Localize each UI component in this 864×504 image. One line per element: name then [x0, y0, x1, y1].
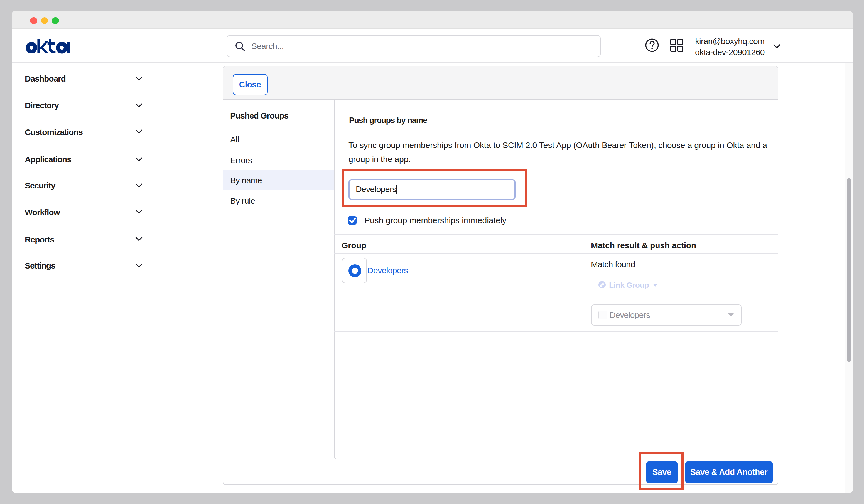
group-icon-card: [342, 257, 367, 283]
browser-window: Search... kiran@boxyhq.com okta-dev-2090…: [12, 11, 853, 493]
sidebar-item-workflow[interactable]: Workflow: [12, 199, 156, 225]
push-groups-panel: Close Pushed Groups AllErrorsBy nameBy r…: [223, 66, 778, 485]
global-search-input[interactable]: Search...: [226, 35, 600, 57]
table-top-divider: [334, 234, 778, 235]
column-header-group: Group: [341, 240, 366, 250]
panel-footer: Save Save & Add Another: [334, 457, 778, 484]
app-group-select-value: Developers: [610, 305, 650, 325]
group-input-value: Developers: [356, 184, 396, 194]
select-caret-icon: [728, 313, 734, 317]
description-line-1: To sync group memberships from Okta to S…: [348, 140, 767, 150]
sidebar-item-reports[interactable]: Reports: [12, 226, 156, 252]
chevron-down-icon: [135, 209, 143, 214]
sidebar-item-dashboard[interactable]: Dashboard: [12, 65, 156, 92]
close-button[interactable]: Close: [232, 74, 267, 95]
group-icon: [348, 264, 361, 277]
sidebar-item-settings[interactable]: Settings: [12, 252, 156, 279]
sidebar-item-security[interactable]: Security: [12, 172, 156, 199]
app-group-select[interactable]: Developers: [591, 304, 742, 325]
link-group-action: Link Group: [598, 281, 657, 289]
chevron-down-icon: [135, 129, 143, 134]
app-header: Search... kiran@boxyhq.com okta-dev-2090…: [12, 29, 853, 63]
group-name-link[interactable]: Developers: [368, 265, 408, 275]
panel-nav-by-rule[interactable]: By rule: [223, 191, 334, 211]
row-bottom-divider: [334, 331, 778, 332]
sidebar-item-label: Settings: [25, 261, 56, 270]
okta-logo: [24, 38, 71, 54]
search-icon: [235, 41, 245, 51]
push-immediately-label: Push group memberships immediately: [364, 215, 506, 225]
window-zoom-button[interactable]: [52, 17, 59, 24]
description-line-2: group in the app.: [348, 154, 411, 163]
sidebar-item-label: Directory: [25, 100, 59, 110]
form-description: To sync group memberships from Okta to S…: [348, 139, 767, 166]
account-chevron-down-icon[interactable]: [773, 44, 780, 49]
save-add-another-button[interactable]: Save & Add Another: [685, 461, 773, 483]
window-titlebar: [12, 11, 853, 29]
sidebar-item-directory[interactable]: Directory: [12, 92, 156, 119]
sidebar-item-applications[interactable]: Applications: [12, 146, 156, 172]
panel-nav-all[interactable]: All: [223, 130, 334, 150]
column-header-match: Match result & push action: [591, 240, 696, 250]
panel-nav-by-name[interactable]: By name: [223, 170, 334, 190]
link-group-caret-icon: [653, 284, 657, 287]
chevron-down-icon: [135, 76, 143, 81]
sidebar-item-label: Applications: [25, 154, 71, 164]
sidebar-item-customizations[interactable]: Customizations: [12, 118, 156, 145]
form-heading: Push groups by name: [349, 116, 427, 124]
window-minimize-button[interactable]: [41, 17, 48, 24]
search-placeholder: Search...: [251, 35, 284, 57]
help-icon[interactable]: [645, 39, 659, 52]
annotation-box-save: [639, 452, 684, 490]
scrollbar-thumb[interactable]: [847, 178, 851, 362]
panel-header: Close: [223, 66, 778, 99]
checkmark-icon: [349, 217, 356, 224]
chevron-down-icon: [135, 157, 143, 162]
pushed-groups-title: Pushed Groups: [230, 111, 288, 120]
link-icon: [598, 281, 605, 288]
sidebar-item-label: Dashboard: [25, 74, 66, 83]
sidebar-item-label: Reports: [25, 234, 54, 244]
panel-nav-divider: [334, 100, 335, 457]
chevron-down-icon: [135, 183, 143, 188]
sidebar-nav: DashboardDirectoryCustomizationsApplicat…: [12, 63, 156, 493]
chevron-down-icon: [135, 103, 143, 108]
text-cursor: [397, 184, 397, 194]
vertical-scrollbar[interactable]: [844, 63, 853, 493]
chevron-down-icon: [135, 237, 143, 242]
app-group-select-icon: [598, 311, 607, 320]
app-switcher-grid-icon[interactable]: [670, 38, 684, 52]
match-status: Match found: [591, 259, 635, 268]
stage: Search... kiran@boxyhq.com okta-dev-2090…: [0, 0, 864, 504]
sidebar-item-label: Security: [25, 181, 56, 190]
sidebar-item-label: Customizations: [25, 127, 83, 136]
account-menu[interactable]: kiran@boxyhq.com okta-dev-20901260: [688, 36, 771, 58]
link-group-label: Link Group: [609, 281, 649, 289]
table-header-divider: [334, 253, 778, 253]
group-name-input[interactable]: Developers: [348, 179, 515, 200]
account-org: okta-dev-20901260: [688, 47, 771, 58]
account-email: kiran@boxyhq.com: [688, 36, 771, 47]
panel-nav-errors[interactable]: Errors: [223, 150, 334, 170]
sidebar-item-label: Workflow: [25, 207, 60, 217]
chevron-down-icon: [135, 263, 143, 268]
push-immediately-checkbox[interactable]: [348, 216, 357, 225]
window-close-button[interactable]: [30, 17, 37, 24]
